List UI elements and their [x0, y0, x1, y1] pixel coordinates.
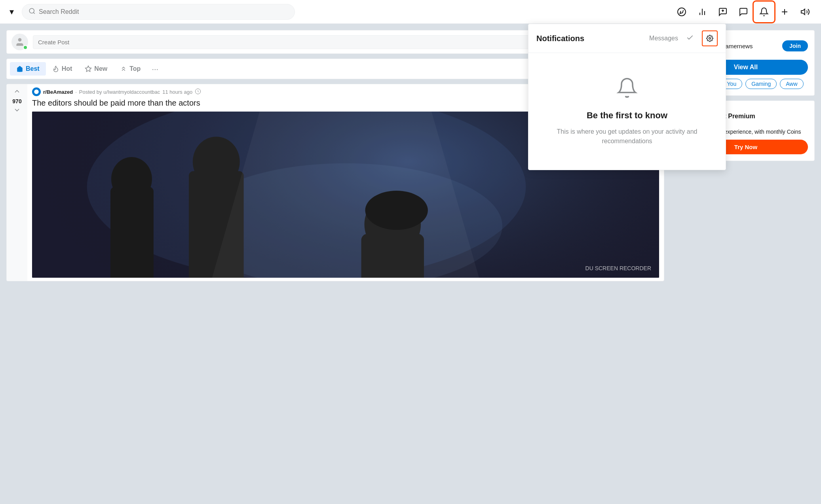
chart-button[interactable]: [693, 2, 712, 21]
empty-bell-icon: [616, 77, 638, 104]
downvote-button[interactable]: [13, 106, 21, 115]
tab-top[interactable]: Top: [114, 62, 147, 76]
join-button[interactable]: Join: [782, 40, 808, 51]
avatar: [11, 34, 28, 50]
svg-marker-12: [86, 66, 91, 72]
tab-best[interactable]: Best: [10, 62, 46, 76]
mark-read-button[interactable]: [684, 32, 696, 45]
online-indicator: [23, 45, 28, 50]
tag-gaming[interactable]: Gaming: [745, 79, 777, 89]
post-posted-by: Posted by u/Iwantmyoldaccountbac: [79, 89, 160, 95]
megaphone-button[interactable]: [796, 2, 815, 21]
upvote-button[interactable]: [13, 87, 21, 97]
svg-marker-8: [801, 9, 805, 15]
post-time: 11 hours ago: [162, 89, 192, 95]
svg-line-1: [33, 12, 34, 13]
svg-point-0: [29, 8, 34, 13]
message-button[interactable]: [734, 2, 753, 21]
compass-button[interactable]: [672, 2, 691, 21]
nav-icons: [672, 2, 815, 21]
notifications-header: Notifications Messages: [528, 24, 726, 53]
svg-point-9: [18, 38, 22, 42]
tag-aww[interactable]: Aww: [780, 79, 803, 89]
notifications-dropdown: Notifications Messages Be the first to k…: [528, 24, 726, 170]
notifications-empty-state: Be the first to know This is where you g…: [528, 53, 726, 170]
search-icon: [29, 8, 36, 16]
empty-state-title: Be the first to know: [587, 110, 667, 121]
add-button[interactable]: [775, 2, 794, 21]
community-name[interactable]: r/gamernews: [718, 43, 779, 49]
watermark: DU SCREEN RECORDER: [585, 265, 651, 271]
content-icon: [195, 88, 201, 96]
tab-new[interactable]: New: [78, 62, 114, 76]
svg-point-22: [193, 136, 240, 187]
svg-point-2: [678, 8, 686, 16]
subreddit-avatar: [32, 87, 41, 96]
tab-hot[interactable]: Hot: [46, 62, 79, 76]
notifications-title: Notifications: [536, 34, 643, 43]
video-chat-button[interactable]: [713, 2, 732, 21]
top-nav: ▾: [0, 0, 821, 24]
post-subreddit[interactable]: r/BeAmazed: [43, 89, 73, 95]
tab-more[interactable]: ···: [147, 63, 163, 75]
svg-point-13: [34, 89, 39, 94]
messages-link[interactable]: Messages: [649, 35, 678, 42]
notifications-settings-button[interactable]: [702, 30, 718, 46]
post-dot-separator: ·: [75, 89, 77, 95]
search-input[interactable]: [39, 8, 288, 15]
search-bar: [22, 4, 295, 20]
bell-button[interactable]: [754, 2, 773, 21]
vote-column: 970: [7, 84, 27, 281]
vote-count: 970: [12, 98, 21, 104]
svg-point-27: [709, 38, 711, 40]
nav-dropdown-button[interactable]: ▾: [6, 5, 17, 19]
svg-point-20: [111, 157, 152, 201]
empty-state-description: This is where you get updates on your ac…: [544, 127, 710, 146]
